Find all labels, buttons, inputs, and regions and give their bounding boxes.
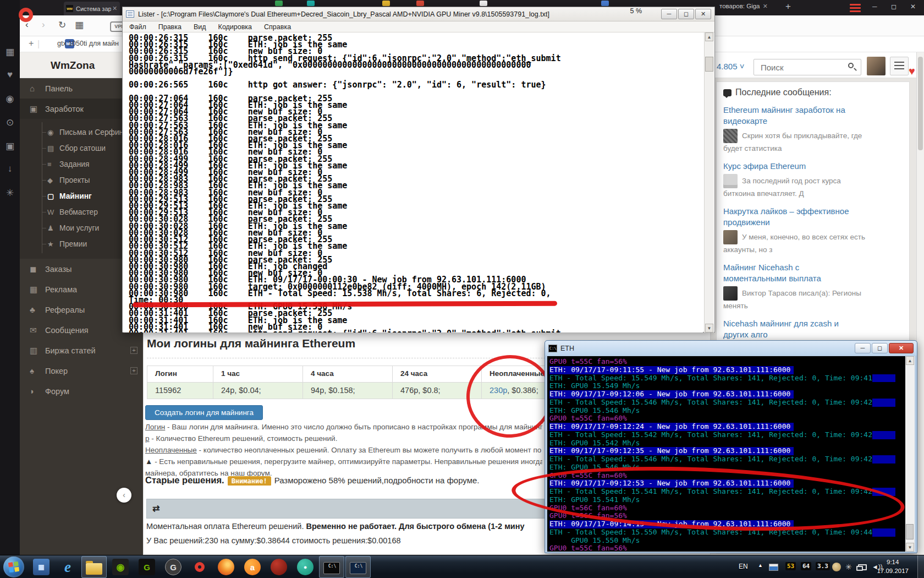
- forum-thread-title[interactable]: Курс эфира Ethereum: [723, 161, 861, 172]
- avatar[interactable]: [867, 57, 886, 75]
- scroll-down-icon[interactable]: ▼: [705, 324, 713, 332]
- start-button[interactable]: [3, 557, 24, 577]
- menu-item-вид[interactable]: Вид: [194, 23, 206, 31]
- sidebar-item-покер[interactable]: ♠Покер+: [20, 361, 143, 381]
- console-close-button[interactable]: ✕: [889, 343, 914, 353]
- sidebar-item-label: Покер: [45, 367, 68, 375]
- taskbar-app-nvidia[interactable]: ◉: [108, 556, 133, 578]
- tab-active[interactable]: WM Система заработка в Инт ✕: [64, 2, 120, 15]
- add-bookmark-icon[interactable]: +: [29, 39, 34, 48]
- console-minimize-button[interactable]: ─: [855, 343, 871, 353]
- lister-scrollbar[interactable]: ▲ ▼: [704, 32, 714, 332]
- lister-log-content[interactable]: 00:00:26:315 160c parse packet: 25500:00…: [123, 32, 703, 332]
- taskbar-app-teal-disc[interactable]: ●: [293, 556, 318, 578]
- gpu-load-badge[interactable]: 3.3: [816, 562, 830, 570]
- scroll-down-icon[interactable]: ▼: [906, 543, 914, 552]
- scrollbar-thumb[interactable]: [705, 57, 713, 72]
- favorites-heart-icon[interactable]: ♥: [909, 65, 915, 78]
- expander-icon[interactable]: +: [130, 367, 138, 374]
- note-term[interactable]: p: [145, 434, 150, 443]
- menu-item-файл[interactable]: Файл: [129, 23, 146, 31]
- menu-item-правка[interactable]: Правка: [158, 23, 182, 31]
- note-term[interactable]: Неоплаченные: [145, 446, 197, 454]
- forum-thread-title[interactable]: Nicehash майнинг для zcash и других алго: [723, 318, 861, 340]
- geforce-icon: G: [139, 559, 155, 575]
- bookmarks-heart-icon[interactable]: ♥: [0, 69, 20, 80]
- settings-gear-icon[interactable]: ✳: [0, 187, 20, 199]
- gpu-temp-badge[interactable]: 53: [785, 562, 796, 570]
- bookmark-label[interactable]: gtx 1050ti для майн: [57, 40, 119, 47]
- taskbar-app-firefox[interactable]: [213, 556, 239, 578]
- note-term[interactable]: Логин: [145, 423, 165, 431]
- console-maximize-button[interactable]: ◻: [872, 343, 888, 353]
- menu-item-кодировка[interactable]: Кодировка: [218, 23, 252, 31]
- scroll-up-icon[interactable]: ▲: [906, 356, 914, 365]
- scroll-up-icon[interactable]: ▲: [705, 32, 713, 41]
- window-close-button[interactable]: ✕: [910, 3, 916, 10]
- tab-background[interactable]: товаров: Giga ✕: [719, 3, 768, 10]
- taskbar-app-opera[interactable]: [187, 556, 212, 578]
- lister-title-bar[interactable]: Lister - [c:\Program Files\Claymore's Du…: [123, 7, 714, 21]
- speed-dial-icon[interactable]: ▦: [0, 46, 20, 58]
- sidebar-item-форум[interactable]: ◗Форум: [20, 381, 143, 401]
- forward-icon[interactable]: ›: [42, 19, 45, 30]
- sidebar-item-label: Заработок: [45, 105, 84, 113]
- language-indicator[interactable]: EN: [739, 563, 748, 570]
- window-maximize-button[interactable]: ◻: [891, 3, 897, 10]
- console-scrollbar[interactable]: ▲ ▼: [905, 356, 915, 552]
- menu-item-справка[interactable]: Справка: [264, 23, 291, 31]
- lister-close-button[interactable]: ✕: [695, 9, 711, 19]
- expander-icon[interactable]: +: [130, 347, 138, 354]
- avatar: [723, 286, 738, 301]
- hamburger-menu-button[interactable]: [890, 57, 909, 75]
- forum-thread-title[interactable]: Майнинг Nicehash с моментальными выплата: [723, 262, 861, 284]
- search-input[interactable]: [754, 59, 861, 75]
- console-line-gpu: GPU0 t=55C fan=56%: [549, 544, 906, 552]
- sidebar-collapse-button[interactable]: ‹: [117, 488, 131, 503]
- gpu-fan-badge[interactable]: 64: [801, 562, 811, 570]
- opera-menu-logo[interactable]: [19, 8, 33, 22]
- extensions-icon[interactable]: ▣: [0, 140, 20, 152]
- forum-thread-title[interactable]: Накрутка лайков – эффективное продвижени: [723, 206, 861, 228]
- taskbar-app-geforce[interactable]: G: [134, 556, 160, 578]
- taskbar-app-console-2[interactable]: C:\: [345, 556, 371, 578]
- speed-dial-grid-icon[interactable]: ▦: [75, 19, 84, 31]
- taskbar-clock[interactable]: 9:14 17.09.2017: [877, 558, 909, 575]
- taskbar-app-folder[interactable]: [81, 556, 107, 578]
- lister-restore-button[interactable]: ◻: [678, 9, 694, 19]
- taskbar-app-console-eth[interactable]: C:\: [319, 556, 344, 578]
- chat-icon[interactable]: ◉: [0, 93, 20, 105]
- display-meter-icon[interactable]: [769, 564, 778, 571]
- excerpt-text: Виктор Тарасов писал(а): Регионы менять: [723, 289, 861, 310]
- tab-close-icon[interactable]: ✕: [763, 3, 768, 9]
- spider-tray-icon[interactable]: ✳: [845, 563, 852, 571]
- show-desktop-button[interactable]: [917, 555, 924, 578]
- lister-minimize-button[interactable]: ─: [661, 9, 677, 19]
- sidebar-item-биржа-статей[interactable]: ▥Биржа статей+: [20, 340, 143, 361]
- taskbar-app-avast[interactable]: a: [240, 556, 265, 578]
- taskbar-app-red-disc[interactable]: [266, 556, 292, 578]
- downloads-icon[interactable]: ↓: [0, 163, 20, 175]
- tab-close-icon[interactable]: ✕: [112, 5, 117, 12]
- console-title-bar[interactable]: C:\ ETH ─ ◻ ✕: [545, 341, 917, 356]
- balance-dropdown[interactable]: 4.805 ˅: [717, 62, 744, 71]
- tray-expand-icon[interactable]: ▲: [758, 563, 763, 568]
- page-scrollbar[interactable]: [916, 52, 924, 555]
- reload-icon[interactable]: ↻: [58, 19, 66, 31]
- search-icon[interactable]: [848, 63, 854, 68]
- window-minimize-button[interactable]: ─: [872, 3, 877, 10]
- taskbar-app-g-badge[interactable]: G: [161, 556, 186, 578]
- network-icon[interactable]: [858, 564, 867, 570]
- console-line-job: ETH: 09/17/17-09:12:35 - New job from 92…: [549, 447, 906, 455]
- forum-thread-title[interactable]: Ethereum майнинг заработок на видеокарте: [723, 105, 861, 127]
- history-clock-icon[interactable]: ⊙: [0, 117, 20, 128]
- red-disc-icon: [271, 559, 287, 575]
- new-tab-button[interactable]: +: [785, 1, 791, 12]
- taskbar-app-app-window[interactable]: ▦: [29, 556, 54, 578]
- scrollbar-thumb[interactable]: [906, 524, 914, 539]
- smiley-tray-icon[interactable]: [832, 563, 841, 571]
- taskbar-app-ie[interactable]: e: [55, 556, 80, 578]
- menu-icon[interactable]: [850, 4, 861, 14]
- create-login-button[interactable]: Создать логин для майнинга: [145, 405, 263, 420]
- sidebar-item-label: Сообщения: [45, 326, 89, 335]
